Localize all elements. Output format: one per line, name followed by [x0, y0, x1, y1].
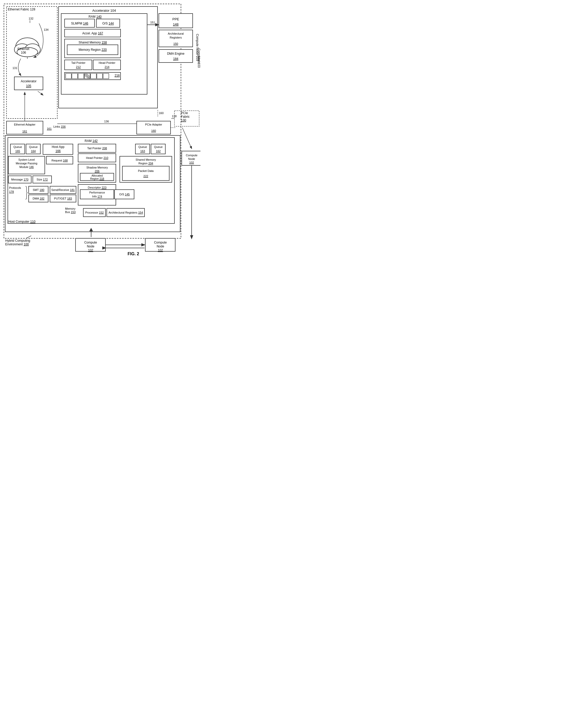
processor-label: Processor 152	[85, 211, 104, 214]
svg-rect-10	[72, 73, 78, 79]
pcie-adapter-label: PCIe Adapter	[145, 123, 162, 126]
svg-line-62	[38, 91, 43, 95]
svg-text:106: 106	[21, 51, 26, 54]
slmpm-146-label: System Level	[18, 158, 34, 161]
compute-node-102-mid-label: Compute	[186, 154, 198, 157]
svg-rect-20	[97, 73, 102, 79]
page: Ethernet Fabric 128 Ethernet 106 Acceler…	[3, 3, 201, 261]
head-pointer-210-label: Head Pointer 210	[86, 156, 108, 159]
svg-text:Message Passing: Message Passing	[16, 162, 38, 165]
compute-node-103-v: Compute Node 103	[196, 34, 199, 61]
pcie-fabric-num: 130	[181, 119, 186, 122]
dma-engine-label: DMA Engine	[167, 52, 185, 56]
hybrid-env-label: Hybrid Computing	[5, 239, 30, 243]
fig2-label: FIG. 2	[128, 252, 139, 256]
accelerator-105-box	[14, 77, 43, 90]
svg-text:Registers: Registers	[170, 36, 182, 39]
accelerator-104-label: Accelerator 104	[92, 9, 116, 12]
protocols-label: Protocols	[9, 186, 21, 189]
svg-line-56	[26, 236, 31, 238]
pcie-fabric-label2: Fabric	[181, 115, 190, 119]
svg-text:150: 150	[173, 42, 178, 45]
shared-mem-region-label: Shared Memory	[136, 158, 156, 161]
allocated-region-label: Allocated	[91, 174, 102, 177]
svg-text:Node: Node	[157, 245, 164, 248]
queue-162-label: Queue	[154, 145, 162, 148]
ref-134: 134	[44, 28, 49, 31]
svg-text:164: 164	[31, 149, 36, 153]
tail-pointer-212-label: Tail Pointer	[71, 61, 86, 64]
head-pointer-214-label: Head Pointer	[99, 61, 116, 64]
svg-text:Node: Node	[87, 245, 94, 248]
accel-app-label: Accel. App 167	[82, 31, 103, 35]
ref-216: 216	[115, 74, 120, 77]
svg-text:Module 146: Module 146	[19, 166, 34, 169]
dma-label: DMA 182	[32, 197, 44, 200]
ram-140-label: RAM 140	[88, 15, 101, 18]
svg-text:Environment 100: Environment 100	[5, 243, 29, 246]
ethernet-fabric-box	[6, 6, 57, 119]
request-label: Request 168	[52, 159, 68, 162]
svg-rect-11	[78, 73, 84, 79]
ref-138: 138	[172, 115, 176, 118]
svg-text:162: 162	[156, 149, 161, 153]
accelerator-105-label: Accelerator	[21, 79, 37, 83]
size-label: Size 172	[37, 178, 48, 181]
memory-region-label: Memory Region 220	[79, 48, 107, 52]
send-receive-label: Send/Receive 181	[51, 188, 75, 191]
ref-160-top: 160	[159, 112, 163, 115]
svg-rect-19	[91, 73, 96, 79]
svg-text:Bus 153: Bus 153	[65, 210, 75, 214]
memory-bus-label: Memory	[65, 207, 75, 210]
ref-131: 131	[12, 66, 17, 70]
ethernet-fabric-label: Ethernet Fabric 128	[8, 8, 35, 11]
compute-node-103-num: 103	[197, 63, 201, 68]
put-get-label: PUT/GET 183	[54, 197, 72, 200]
ram-142-label: RAM 142	[85, 139, 98, 143]
smt-label: SMT 180	[33, 188, 44, 191]
os-145-label: O/S 145	[119, 193, 130, 196]
svg-text:Region 218: Region 218	[90, 177, 104, 180]
svg-text:160: 160	[151, 129, 156, 132]
ref-136: 136	[104, 120, 109, 123]
svg-rect-9	[66, 73, 71, 79]
svg-line-59	[182, 128, 192, 148]
ref-132: 132	[29, 17, 33, 20]
svg-text:102: 102	[88, 249, 93, 252]
ref-151: 151	[150, 21, 155, 24]
pcie-fabric-label: PCIe	[181, 111, 188, 115]
arch-reg-154-label: Architectural Registers 154	[109, 211, 143, 214]
svg-text:214: 214	[105, 65, 110, 68]
ref-161-label: 161	[47, 127, 52, 130]
ppe-148-label: PPE	[172, 17, 179, 21]
svg-rect-21	[103, 73, 109, 79]
packet-data-box	[122, 166, 169, 181]
slmpm-label: SLMPM 146	[71, 22, 88, 25]
svg-text:Info 174: Info 174	[92, 195, 102, 198]
svg-text:102: 102	[158, 249, 163, 252]
message-label: Message 170	[11, 178, 28, 181]
svg-text:148: 148	[173, 22, 178, 26]
queue-165-label: Queue	[13, 145, 22, 148]
links-label: Links 156	[53, 125, 66, 128]
host-app-label: Host App	[52, 145, 65, 149]
queue-164-label: Queue	[29, 145, 38, 148]
os-144-label: O/S 144	[102, 22, 114, 25]
svg-text:206: 206	[95, 170, 99, 173]
svg-text:166: 166	[56, 149, 61, 153]
shadow-memory-label: Shadow Memory	[86, 166, 108, 169]
eth-adapter-label: Ethernet Adapter	[14, 123, 36, 126]
svg-text:222: 222	[143, 175, 148, 178]
compute-node-102-right-label: Compute	[154, 241, 167, 244]
svg-text:184: 184	[173, 57, 178, 61]
svg-text:161: 161	[22, 130, 27, 133]
compute-node-102-bottom-label: Compute	[84, 241, 97, 244]
ethernet-label: Ethernet	[17, 47, 29, 51]
svg-text:Node: Node	[188, 157, 195, 160]
svg-text:Region 204: Region 204	[139, 162, 153, 165]
arch-reg-150-label: Architectural	[168, 32, 184, 35]
descriptor-label: Descriptor 223	[88, 186, 106, 189]
packet-data-label: Packet Data	[138, 169, 154, 173]
svg-text:102: 102	[189, 161, 194, 164]
tail-pointer-208-label: Tail Pointer 208	[87, 147, 107, 150]
